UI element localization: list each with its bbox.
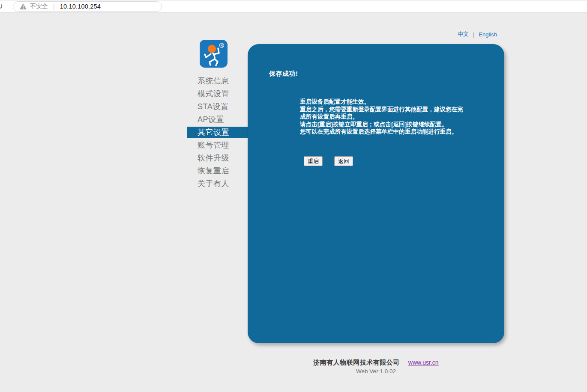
sidebar-item-ap-settings[interactable]: AP设置 — [187, 113, 248, 126]
language-separator: | — [473, 31, 474, 38]
language-english-link[interactable]: English — [479, 31, 497, 38]
address-pill[interactable]: 不安全 | 10.10.100.254 — [13, 1, 162, 12]
usr-website-link[interactable]: www.usr.cn — [408, 359, 439, 366]
restart-instructions: 重启设备后配置才能生效。 重启之后，您需要重新登录配置界面进行其他配置，建议您在… — [300, 98, 466, 136]
sidebar-item-sta-settings[interactable]: STA设置 — [187, 100, 248, 113]
web-version: Web Ver:1.0.02 — [248, 368, 504, 374]
url-text[interactable]: 10.10.100.254 — [60, 3, 101, 10]
sidebar-item-firmware-upgrade[interactable]: 软件升级 — [187, 151, 248, 164]
page-footer: 济南有人物联网技术有限公司www.usr.cn Web Ver:1.0.02 — [248, 359, 504, 374]
address-divider: | — [53, 3, 55, 10]
screen: ↻ 不安全 | 10.10.100.254 中文 | English R — [0, 0, 587, 392]
svg-text:R: R — [221, 44, 223, 48]
content-panel: 保存成功! 重启设备后配置才能生效。 重启之后，您需要重新登录配置界面进行其他配… — [248, 44, 504, 343]
refresh-icon[interactable]: ↻ — [0, 1, 3, 11]
sidebar-item-other-settings[interactable]: 其它设置 — [187, 127, 248, 138]
sidebar-item-account-mgmt[interactable]: 账号管理 — [187, 139, 248, 151]
sidebar-item-about-usr[interactable]: 关于有人 — [187, 177, 248, 190]
company-name: 济南有人物联网技术有限公司 — [313, 359, 400, 366]
browser-address-bar: ↻ 不安全 | 10.10.100.254 — [0, 0, 587, 13]
save-success-title: 保存成功! — [269, 70, 298, 78]
sidebar-menu: 系统信息 模式设置 STA设置 AP设置 其它设置 账号管理 软件升级 恢复重启… — [187, 74, 248, 190]
security-label: 不安全 — [30, 3, 48, 10]
sidebar-item-mode-settings[interactable]: 模式设置 — [187, 87, 248, 100]
instruction-line: 您可以在完成所有设置后选择菜单栏中的重启功能进行重启。 — [300, 128, 466, 136]
usr-logo: R — [200, 40, 228, 68]
sidebar-item-system-info[interactable]: 系统信息 — [187, 74, 248, 87]
instruction-line: 重启之后，您需要重新登录配置界面进行其他配置，建议您在完成所有设置后再重启。 — [300, 106, 466, 121]
language-chinese-link[interactable]: 中文 — [458, 30, 469, 38]
instruction-line: 请点击[重启]按键立即重启；或点击[返回]按键继续配置。 — [300, 121, 466, 128]
panel-button-row: 重启 返回 — [304, 156, 353, 166]
sidebar-item-restore-restart[interactable]: 恢复重启 — [187, 164, 248, 177]
back-button[interactable]: 返回 — [334, 156, 353, 166]
restart-button[interactable]: 重启 — [304, 156, 323, 166]
not-secure-warning-icon — [20, 3, 27, 9]
instruction-line: 重启设备后配置才能生效。 — [300, 98, 466, 106]
language-switch: 中文 | English — [458, 30, 497, 38]
